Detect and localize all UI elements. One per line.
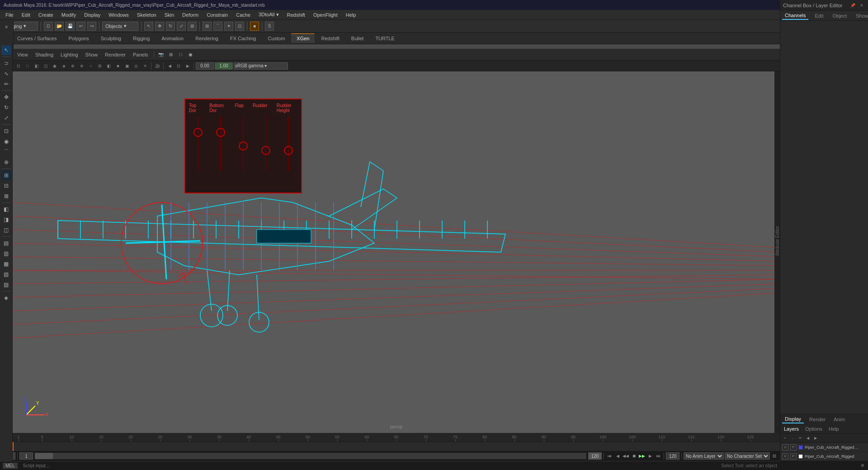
rotate-btn[interactable]: ↻ — [166, 22, 175, 31]
menu-display[interactable]: Display — [80, 11, 104, 19]
menu-file[interactable]: File — [2, 11, 17, 19]
scale-btn[interactable]: ⤢ — [177, 22, 186, 31]
vs-btn2[interactable]: □ — [24, 62, 32, 70]
layer-next-btn[interactable]: ▶ — [812, 435, 819, 442]
vs-btn16[interactable]: ◀ — [165, 62, 174, 70]
tab-channels[interactable]: Channels — [782, 12, 808, 20]
vs-btn17[interactable]: ⊡ — [175, 62, 183, 70]
paint-select-btn[interactable]: ⊃ — [1, 58, 11, 68]
coord-x-input[interactable] — [196, 62, 214, 70]
redo-btn[interactable]: ↪ — [87, 22, 96, 31]
tab-edit[interactable]: Edit — [812, 12, 826, 19]
snap-icon[interactable]: ⊡ — [1, 126, 11, 136]
max-end-input[interactable] — [666, 452, 679, 460]
vs-btn7[interactable]: ⊕ — [69, 62, 77, 70]
script-mode-btn[interactable]: MEL — [3, 463, 18, 469]
show-manip-btn[interactable]: ⊕ — [1, 157, 11, 167]
tab-show[interactable]: Show — [853, 12, 868, 19]
vp-menu-panels[interactable]: Panels — [130, 51, 151, 58]
universal-btn[interactable]: ⊞ — [188, 22, 197, 31]
menu-3dtoall[interactable]: 3DtoAll ▾ — [255, 11, 283, 19]
vs-btn1[interactable]: ⊡ — [14, 62, 23, 70]
play-fwd-btn[interactable]: ▶▶ — [638, 452, 646, 460]
menu-edit[interactable]: Edit — [18, 11, 34, 19]
tab-animation[interactable]: Animation — [156, 34, 189, 43]
menu-help[interactable]: Help — [342, 11, 360, 19]
step-back-btn[interactable]: ◀ — [614, 452, 621, 460]
icon-r1[interactable]: ◧ — [1, 204, 11, 214]
tab-display[interactable]: Display — [782, 415, 804, 423]
select-btn[interactable]: ↖ — [144, 22, 153, 31]
lasso-tool-btn[interactable]: ∿ — [1, 69, 11, 79]
layer-delete-btn[interactable]: - — [789, 435, 796, 442]
icon-b2[interactable]: ▥ — [1, 249, 11, 258]
tab-object[interactable]: Object — [830, 12, 849, 19]
panel-pin-btn[interactable]: 📌 — [849, 2, 856, 9]
smooth-btn[interactable]: S — [265, 22, 274, 31]
vp-menu-shading[interactable]: Shading — [33, 51, 56, 58]
icon-group2[interactable]: ⊟ — [1, 181, 11, 191]
menu-constrain[interactable]: Constrain — [203, 11, 231, 19]
icon-r2[interactable]: ◨ — [1, 215, 11, 225]
layer-tab-layers[interactable]: Layers — [782, 425, 801, 432]
vp-menu-view[interactable]: View — [14, 51, 31, 58]
vs-btn18[interactable]: ▶ — [184, 62, 192, 70]
tab-polygons[interactable]: Polygons — [63, 34, 94, 43]
range-handle[interactable] — [35, 453, 53, 459]
move-tool-btn[interactable]: ✥ — [1, 92, 11, 102]
tab-bullet[interactable]: Bullet — [346, 34, 369, 43]
new-scene-btn[interactable]: 🗋 — [44, 22, 53, 31]
range-end-input[interactable] — [588, 452, 602, 460]
gamma-dropdown[interactable]: sRGB gamma ▾ — [234, 62, 288, 70]
layer-tab-options[interactable]: Options — [803, 425, 824, 432]
icon-r3[interactable]: ◫ — [1, 225, 11, 235]
snap-view-btn[interactable]: ⊡ — [235, 22, 244, 31]
layer-edit-btn[interactable]: ✏ — [797, 435, 804, 442]
vs-btn11[interactable]: ◧ — [105, 62, 113, 70]
icon-b1[interactable]: ▤ — [1, 238, 11, 248]
tab-redshift[interactable]: Redshift — [316, 34, 344, 43]
select-tool-btn[interactable]: ↖ — [1, 45, 11, 55]
skip-to-end-btn[interactable]: ⏭ — [655, 452, 662, 460]
layer-prev-btn[interactable]: ◀ — [804, 435, 811, 442]
crv-icon[interactable]: ⌒ — [1, 147, 11, 157]
tab-xgen[interactable]: XGen — [291, 33, 315, 43]
vs-btn10[interactable]: ⊞ — [96, 62, 104, 70]
menu-windows[interactable]: Windows — [105, 11, 132, 19]
tab-render[interactable]: Render — [807, 416, 828, 423]
layer-new-btn[interactable]: + — [781, 435, 788, 442]
range-start-input[interactable] — [19, 452, 33, 460]
attribute-editor-label[interactable]: Attribute Editor — [775, 226, 780, 256]
vs-btn15[interactable]: ☀ — [141, 62, 149, 70]
snap-grid-btn[interactable]: ⊞ — [203, 22, 212, 31]
play-back-btn[interactable]: ◀◀ — [622, 452, 629, 460]
icon-b4[interactable]: ▧ — [1, 269, 11, 279]
rp-settings-btn[interactable]: ⚙ — [859, 462, 866, 469]
tab-fx-caching[interactable]: FX Caching — [225, 34, 261, 43]
slider-knob-2[interactable] — [239, 141, 248, 150]
skip-to-start-btn[interactable]: ⏮ — [606, 452, 613, 460]
save-btn[interactable]: 💾 — [66, 22, 75, 31]
layer-p-rigged[interactable]: P — [790, 453, 797, 460]
menu-cache[interactable]: Cache — [232, 11, 254, 19]
vs-btn6[interactable]: ◈ — [60, 62, 68, 70]
vp-wireframe-icon[interactable]: □ — [177, 51, 185, 59]
menu-deform[interactable]: Deform — [179, 11, 202, 19]
objects-dropdown[interactable]: Objects ▾ — [102, 22, 138, 31]
vs-btn8[interactable]: ⊗ — [78, 62, 86, 70]
vs-btn9[interactable]: ○ — [87, 62, 95, 70]
vs-btn4[interactable]: ◫ — [42, 62, 50, 70]
slider-knob-0[interactable] — [193, 128, 203, 137]
stop-btn[interactable]: ⏹ — [630, 452, 637, 460]
menu-redshift[interactable]: Redshift — [283, 11, 309, 19]
step-fwd-btn[interactable]: ▶ — [646, 452, 654, 460]
vp-smooth-icon[interactable]: ◉ — [187, 51, 195, 59]
vs-btn3[interactable]: ◧ — [33, 62, 41, 70]
layer-v-rigged[interactable]: V — [782, 453, 788, 460]
tab-curves-surfaces[interactable]: Curves / Surfaces — [12, 34, 62, 43]
tab-turtle[interactable]: TURTLE — [370, 34, 400, 43]
vs-btn13[interactable]: ▣ — [123, 62, 131, 70]
soft-mod-btn[interactable]: ◉ — [1, 136, 11, 146]
panel-close-btn[interactable]: ✕ — [858, 2, 865, 9]
tab-rigging[interactable]: Rigging — [127, 34, 155, 43]
